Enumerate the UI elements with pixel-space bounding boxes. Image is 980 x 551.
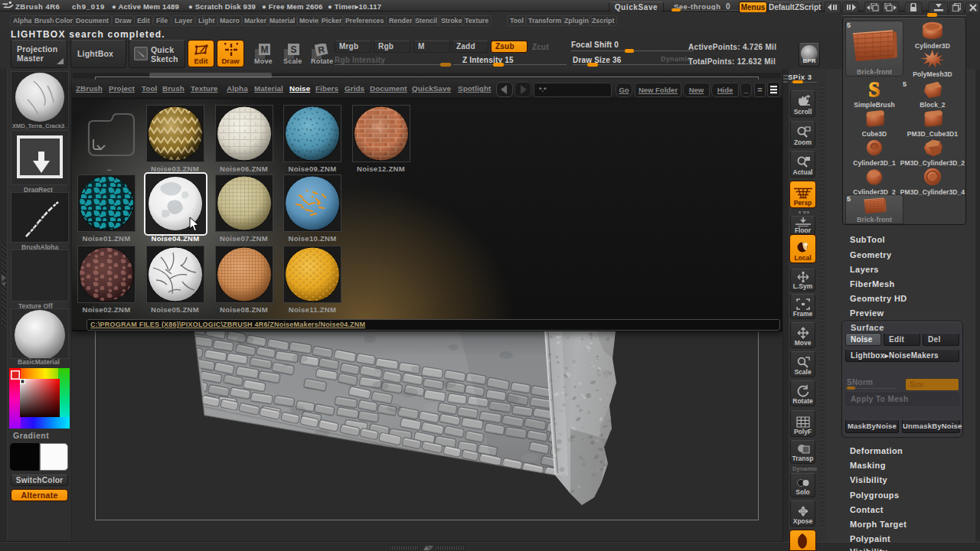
- svg-text:M: M: [261, 44, 269, 55]
- svg-text:S: S: [869, 80, 880, 99]
- svg-text:S: S: [290, 44, 296, 55]
- svg-text:BPR: BPR: [803, 57, 816, 64]
